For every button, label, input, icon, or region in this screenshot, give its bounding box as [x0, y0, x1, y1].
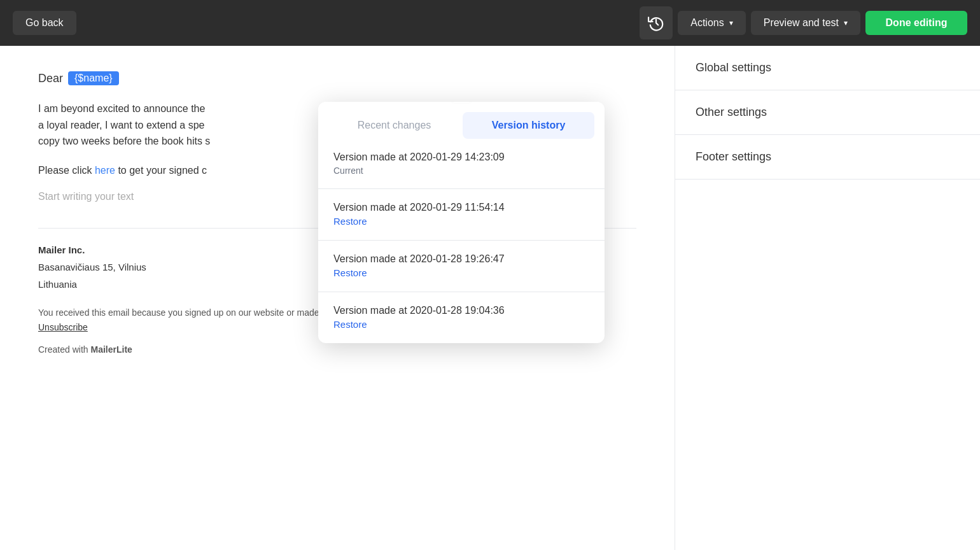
header-right: Actions ▾ Preview and test ▾ Done editin…	[640, 6, 967, 39]
version-date-2: Version made at 2020-01-29 11:54:14	[333, 202, 589, 213]
version-item-1: Version made at 2020-01-29 14:23:09 Curr…	[318, 139, 605, 188]
email-created-with: Created with MailerLite	[38, 344, 636, 355]
actions-button[interactable]: Actions ▾	[678, 11, 745, 35]
right-sidebar: Global settings Other settings Footer se…	[675, 46, 980, 550]
done-editing-button[interactable]: Done editing	[865, 11, 967, 35]
version-date-4: Version made at 2020-01-28 19:04:36	[333, 305, 589, 316]
name-tag: {$name}	[68, 71, 119, 85]
version-item-4: Version made at 2020-01-28 19:04:36 Rest…	[318, 292, 605, 343]
header-left: Go back	[13, 11, 629, 35]
actions-label: Actions	[690, 17, 724, 29]
preview-chevron-icon: ▾	[844, 18, 848, 27]
mailerlite-brand: MailerLite	[90, 344, 132, 355]
version-history-popover: Recent changes Version history Version m…	[318, 102, 605, 343]
restore-button-3[interactable]: Restore	[333, 267, 367, 278]
header: Go back Actions ▾ Preview and test ▾ Don…	[0, 0, 980, 46]
restore-button-4[interactable]: Restore	[333, 319, 367, 330]
version-item-3: Version made at 2020-01-28 19:26:47 Rest…	[318, 240, 605, 292]
sidebar-item-other-settings[interactable]: Other settings	[675, 90, 980, 135]
popover-tabs: Recent changes Version history	[318, 102, 605, 139]
version-list: Version made at 2020-01-29 14:23:09 Curr…	[318, 139, 605, 343]
company-name: Mailer Inc.	[38, 244, 85, 255]
address-line2: Lithuania	[38, 279, 77, 290]
sidebar-item-global-settings[interactable]: Global settings	[675, 46, 980, 90]
version-date-3: Version made at 2020-01-28 19:26:47	[333, 253, 589, 265]
version-date-1: Version made at 2020-01-29 14:23:09	[333, 152, 589, 163]
tab-version-history[interactable]: Version history	[463, 112, 594, 139]
version-status-1: Current	[333, 166, 589, 176]
email-here-link[interactable]: here	[95, 165, 115, 176]
restore-button-2[interactable]: Restore	[333, 216, 367, 227]
version-item-2: Version made at 2020-01-29 11:54:14 Rest…	[318, 188, 605, 240]
tab-recent-changes[interactable]: Recent changes	[328, 112, 460, 139]
sidebar-item-footer-settings[interactable]: Footer settings	[675, 135, 980, 180]
preview-button[interactable]: Preview and test ▾	[751, 11, 860, 35]
address-line1: Basanavičiaus 15, Vilnius	[38, 262, 146, 272]
history-icon	[648, 15, 664, 31]
email-greeting: Dear {$name}	[38, 71, 636, 85]
preview-label: Preview and test	[764, 17, 839, 29]
unsubscribe-link[interactable]: Unsubscribe	[38, 322, 88, 332]
history-button[interactable]	[640, 6, 673, 39]
greeting-text: Dear	[38, 72, 63, 85]
main-area: Dear {$name} I am beyond excited to anno…	[0, 46, 980, 550]
actions-chevron-icon: ▾	[729, 18, 733, 27]
go-back-button[interactable]: Go back	[13, 11, 76, 35]
